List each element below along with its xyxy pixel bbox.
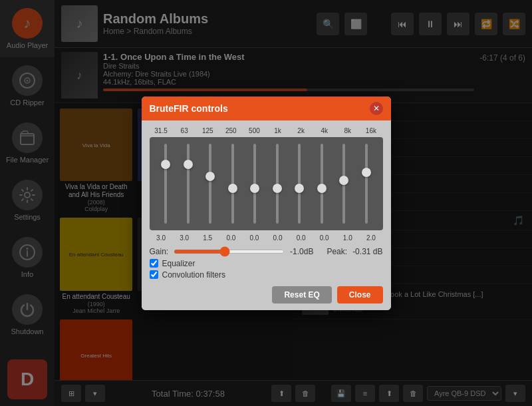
- band-label-1: 63: [174, 127, 194, 134]
- equalizer-checkbox-row[interactable]: Equalizer: [150, 259, 383, 268]
- band-value-2: 1.5: [198, 234, 217, 242]
- band-label-8: 8k: [338, 127, 358, 134]
- band-label-4: 500: [244, 127, 264, 134]
- band-value-3: 0.0: [221, 234, 241, 242]
- peak-label: Peak:: [327, 247, 347, 256]
- band-label-5: 1k: [268, 127, 288, 134]
- eq-slider-8[interactable]: [334, 144, 353, 224]
- equalizer-label: Equalizer: [162, 259, 196, 268]
- eq-slider-5[interactable]: [268, 144, 287, 224]
- band-value-0: 3.0: [151, 234, 171, 242]
- eq-slider-7[interactable]: [313, 144, 331, 224]
- brutfir-modal: BruteFIR controls ✕ 31.5 63 125 250 500 …: [142, 97, 391, 310]
- eq-slider-6[interactable]: [290, 144, 309, 224]
- modal-overlay: BruteFIR controls ✕ 31.5 63 125 250 500 …: [0, 0, 532, 406]
- equalizer-checkbox[interactable]: [150, 259, 158, 268]
- eq-checkboxes: Equalizer Convolution filters: [150, 259, 383, 280]
- peak-value: -0.31 dB: [352, 247, 382, 256]
- band-value-7: 0.0: [315, 234, 334, 242]
- modal-body: 31.5 63 125 250 500 1k 2k 4k 8k 16k: [142, 120, 391, 310]
- band-value-1: 3.0: [174, 234, 194, 242]
- band-label-0: 31.5: [151, 127, 171, 134]
- reset-eq-button[interactable]: Reset EQ: [272, 286, 331, 304]
- eq-values: 3.0 3.0 1.5 0.0 0.0 0.0 0.0 0.0 1.0 2.0: [150, 234, 383, 242]
- band-value-9: 2.0: [361, 234, 381, 242]
- eq-bands-header: 31.5 63 125 250 500 1k 2k 4k 8k 16k: [150, 127, 383, 134]
- eq-slider-2[interactable]: [201, 144, 219, 224]
- band-label-9: 16k: [361, 127, 381, 134]
- convolution-checkbox-row[interactable]: Convolution filters: [150, 270, 383, 280]
- band-value-8: 1.0: [338, 234, 358, 242]
- close-eq-button[interactable]: Close: [337, 286, 383, 304]
- modal-close-button[interactable]: ✕: [370, 102, 383, 115]
- band-label-6: 2k: [291, 127, 311, 134]
- eq-sliders: [150, 137, 383, 230]
- modal-header: BruteFIR controls ✕: [142, 97, 391, 120]
- eq-slider-3[interactable]: [223, 144, 242, 224]
- band-label-7: 4k: [315, 127, 334, 134]
- band-label-3: 250: [221, 127, 241, 134]
- eq-slider-1[interactable]: [179, 144, 198, 224]
- convolution-checkbox[interactable]: [150, 270, 158, 279]
- band-value-4: 0.0: [244, 234, 264, 242]
- eq-slider-9[interactable]: [357, 144, 376, 224]
- eq-slider-4[interactable]: [245, 144, 264, 224]
- gain-value: -1.0dB: [290, 247, 313, 256]
- band-value-5: 0.0: [268, 234, 288, 242]
- gain-label: Gain:: [150, 247, 169, 256]
- eq-slider-0[interactable]: [156, 144, 175, 224]
- convolution-label: Convolution filters: [162, 270, 225, 280]
- gain-row: Gain: -1.0dB Peak: -0.31 dB: [150, 247, 383, 256]
- band-value-6: 0.0: [291, 234, 311, 242]
- modal-title: BruteFIR controls: [150, 103, 228, 114]
- gain-slider[interactable]: [174, 250, 285, 254]
- eq-buttons: Reset EQ Close: [150, 286, 383, 304]
- band-label-2: 125: [198, 127, 217, 134]
